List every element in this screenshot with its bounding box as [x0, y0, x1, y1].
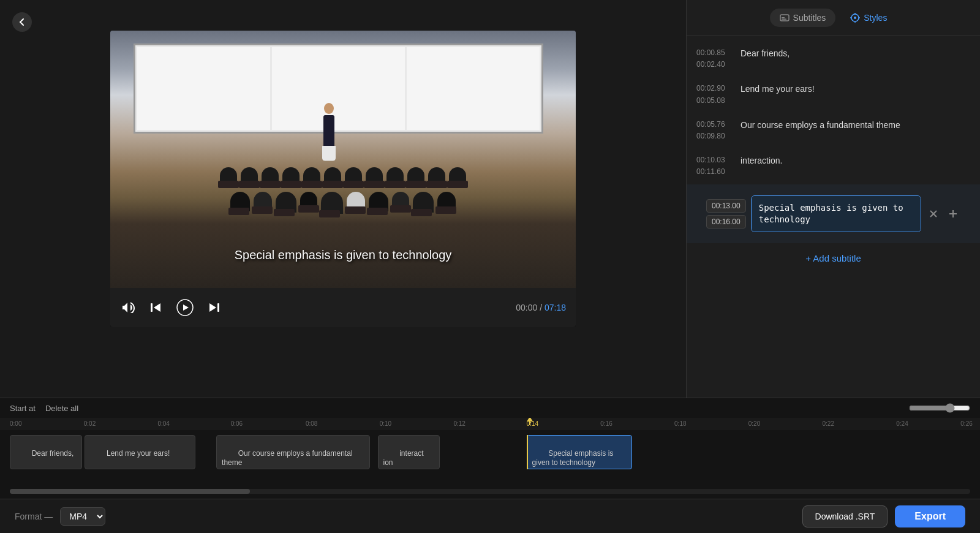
subtitle-edit-input[interactable]: Special emphasis is given to technology: [751, 195, 921, 232]
ruler-10: 0:20: [748, 420, 760, 427]
ruler-11: 0:22: [823, 420, 834, 427]
subtitle-timestamps-2: 00:05.76 00:09.80: [696, 119, 733, 142]
start-at-btn[interactable]: Start at: [10, 404, 36, 413]
tab-subtitles[interactable]: Subtitles: [770, 9, 836, 27]
clip-text-1: Lend me your ears!: [107, 449, 170, 458]
video-controls: 00:00 / 07:18: [110, 288, 576, 327]
subtitle-item-3[interactable]: 00:10.03 00:11.60 interaction.: [687, 148, 980, 184]
speaker-figure: [322, 103, 336, 161]
subtitle-text-3: interaction.: [741, 154, 970, 167]
playhead-triangle: [527, 418, 533, 425]
format-select[interactable]: MP4 MOV AVI: [60, 507, 105, 526]
skip-forward-button[interactable]: [206, 300, 222, 316]
clip-1[interactable]: Lend me your ears!: [85, 435, 195, 469]
timeline-area: Start at Delete all 0:00 0:02 0:04 0:06 …: [0, 398, 980, 499]
subtitle-end-2: 00:09.80: [696, 130, 733, 142]
ruler-1: 0:02: [84, 420, 96, 427]
end-time-tag[interactable]: 00:16.00: [706, 215, 746, 229]
format-label: Format —: [15, 512, 53, 521]
ruler-0: 0:00: [10, 420, 21, 427]
zoom-slider[interactable]: [909, 403, 970, 413]
ruler-6: 0:12: [453, 420, 465, 427]
video-container: Special emphasis is given to technology: [110, 31, 576, 327]
subtitle-timestamps-0: 00:00.85 00:02.40: [696, 47, 733, 70]
subtitle-end-1: 00:05.08: [696, 95, 733, 107]
clip-0[interactable]: Dear friends,: [10, 435, 82, 469]
svg-rect-5: [782, 19, 786, 20]
tab-styles[interactable]: Styles: [840, 9, 897, 27]
ruler-marks: 0:00 0:02 0:04 0:06 0:08 0:10 0:12 0:14 …: [10, 418, 970, 430]
current-time: 00:00: [516, 303, 537, 312]
delete-all-btn[interactable]: Delete all: [45, 404, 78, 413]
svg-rect-17: [529, 421, 530, 425]
time-display: 00:00 / 07:18: [516, 303, 566, 312]
start-time-tag[interactable]: 00:13.00: [706, 199, 746, 213]
clip-text-2: Our course employs a fundamental theme: [222, 449, 355, 467]
ruler-9: 0:18: [674, 420, 686, 427]
subtitle-text-1: Lend me your ears!: [741, 83, 970, 96]
clip-2[interactable]: Our course employs a fundamental theme: [216, 435, 370, 469]
timeline-scrollbar[interactable]: [10, 489, 970, 494]
scene: Special emphasis is given to technology: [110, 31, 576, 288]
svg-rect-0: [151, 303, 153, 312]
video-subtitle-overlay: Special emphasis is given to technology: [235, 248, 452, 262]
zoom-slider-area: [909, 403, 970, 413]
clip-text-3: interact ion: [383, 449, 426, 467]
ruler-5: 0:10: [380, 420, 391, 427]
volume-button[interactable]: [120, 300, 138, 316]
clip-3[interactable]: interact ion: [378, 435, 440, 469]
close-subtitle-btn[interactable]: [926, 206, 941, 221]
subtitle-edit-row: 00:13.00 00:16.00 Special emphasis is gi…: [696, 191, 970, 237]
playhead-line: [527, 435, 528, 469]
subtitle-end-3: 00:11.60: [696, 166, 733, 178]
whiteboard: [134, 43, 543, 134]
video-preview: Special emphasis is given to technology: [110, 31, 576, 288]
timeline-clips: Dear friends, Lend me your ears! Our cou…: [0, 430, 980, 489]
svg-rect-4: [782, 17, 785, 18]
svg-marker-16: [527, 418, 533, 421]
ruler-3: 0:06: [231, 420, 243, 427]
subtitle-list: 00:00.85 00:02.40 Dear friends, 00:02.90…: [687, 36, 980, 398]
subtitle-text-2: Our course employs a fundamental theme: [741, 119, 970, 132]
clip-text-4: Special emphasis is given to technology: [532, 449, 616, 467]
subtitle-timestamps-3: 00:10.03 00:11.60: [696, 154, 733, 178]
sidebar: Subtitles Styles 00:00.85 00: [686, 0, 980, 398]
subtitle-timestamps-1: 00:02.90 00:05.08: [696, 83, 733, 106]
sidebar-tabs: Subtitles Styles: [687, 0, 980, 36]
clips-row: Dear friends, Lend me your ears! Our cou…: [10, 435, 970, 469]
subtitle-item-1[interactable]: 00:02.90 00:05.08 Lend me your ears!: [687, 77, 980, 112]
play-button[interactable]: [174, 297, 196, 319]
add-subtitle-btn[interactable]: + Add subtitle: [687, 243, 980, 273]
export-actions: Download .SRT Export: [802, 505, 965, 527]
skip-back-button[interactable]: [148, 300, 164, 316]
back-button[interactable]: [12, 12, 32, 32]
subtitle-start-0: 00:00.85: [696, 47, 733, 59]
subtitle-start-1: 00:02.90: [696, 83, 733, 94]
subtitle-start-2: 00:05.76: [696, 119, 733, 130]
tab-styles-label: Styles: [864, 13, 887, 23]
svg-rect-2: [217, 303, 219, 312]
subtitle-start-3: 00:10.03: [696, 154, 733, 166]
subtitle-item-active: 00:13.00 00:16.00 Special emphasis is gi…: [687, 184, 980, 243]
add-subtitle-row-btn[interactable]: [946, 206, 960, 221]
subtitle-item-2[interactable]: 00:05.76 00:09.80 Our course employs a f…: [687, 113, 980, 148]
timeline-scrollbar-thumb: [10, 489, 250, 494]
tab-subtitles-label: Subtitles: [793, 13, 826, 23]
svg-point-7: [854, 17, 856, 19]
subtitle-text-0: Dear friends,: [741, 47, 970, 60]
clip-text-0: Dear friends,: [32, 449, 74, 458]
ruler-13: 0:26: [960, 420, 972, 427]
download-srt-button[interactable]: Download .SRT: [802, 505, 888, 527]
export-bar: Format — MP4 MOV AVI Download .SRT Expor…: [0, 499, 980, 533]
subtitle-item-0[interactable]: 00:00.85 00:02.40 Dear friends,: [687, 41, 980, 77]
timeline-toolbar: Start at Delete all: [0, 398, 980, 418]
subtitle-end-0: 00:02.40: [696, 59, 733, 70]
export-button[interactable]: Export: [895, 505, 965, 527]
total-time: 07:18: [545, 303, 566, 312]
timeline-ruler: 0:00 0:02 0:04 0:06 0:08 0:10 0:12 0:14 …: [0, 418, 980, 430]
ruler-4: 0:08: [306, 420, 317, 427]
ruler-2: 0:04: [157, 420, 169, 427]
clip-4[interactable]: Special emphasis is given to technology: [527, 435, 632, 469]
ruler-8: 0:16: [600, 420, 612, 427]
ruler-12: 0:24: [896, 420, 908, 427]
